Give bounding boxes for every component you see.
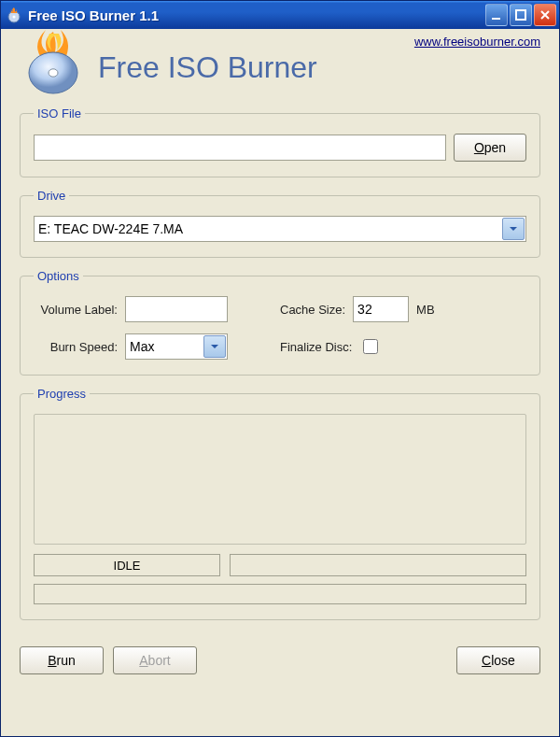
open-button[interactable]: Open [454,134,526,162]
volume-label-input[interactable] [125,296,228,322]
burn-button[interactable]: Brun [20,646,104,674]
titlebar[interactable]: Free ISO Burner 1.1 [1,1,559,29]
abort-button: Abort [113,646,197,674]
maximize-button[interactable] [510,4,532,26]
finalize-disc-label: Finalize Disc: [280,340,352,354]
iso-file-group: ISO File Open [20,106,540,177]
app-logo-icon [20,28,87,95]
close-window-button[interactable] [534,4,556,26]
burn-speed-label: Burn Speed: [34,340,118,354]
svg-point-6 [49,69,58,77]
app-window: Free ISO Burner 1.1 www.freeisoburner.co… [0,0,560,737]
svg-rect-3 [516,10,525,20]
options-legend: Options [34,269,83,283]
app-icon [6,7,22,23]
status-box: IDLE [34,554,220,576]
status-box-right [230,554,526,576]
cache-size-label: Cache Size: [280,303,345,317]
app-title: Free ISO Burner [98,50,317,85]
content-area: www.freeisoburner.com [1,29,559,646]
volume-label-label: Volume Label: [34,303,118,317]
burn-speed-select[interactable]: Max [125,333,228,360]
cache-size-unit: MB [416,303,435,317]
drive-legend: Drive [34,189,69,203]
finalize-disc-checkbox[interactable] [363,339,378,354]
footer: Brun Abort Close [1,646,559,674]
svg-rect-2 [492,18,500,20]
minimize-button[interactable] [485,4,508,26]
progress-log [34,414,526,545]
drive-group: Drive E: TEAC DW-224E 7.MA [20,189,540,258]
website-link[interactable]: www.freeisoburner.com [414,35,540,49]
window-title: Free ISO Burner 1.1 [28,7,483,23]
close-button[interactable]: Close [456,646,540,674]
progress-bar [34,584,526,604]
svg-point-1 [13,16,16,19]
options-group: Options Volume Label: Cache Size: MB Bur… [20,269,540,376]
cache-size-input[interactable] [353,296,409,322]
iso-file-legend: ISO File [34,106,85,120]
drive-select[interactable]: E: TEAC DW-224E 7.MA [34,216,526,242]
progress-legend: Progress [34,387,90,401]
iso-file-input[interactable] [34,135,446,161]
progress-group: Progress IDLE [20,387,540,620]
